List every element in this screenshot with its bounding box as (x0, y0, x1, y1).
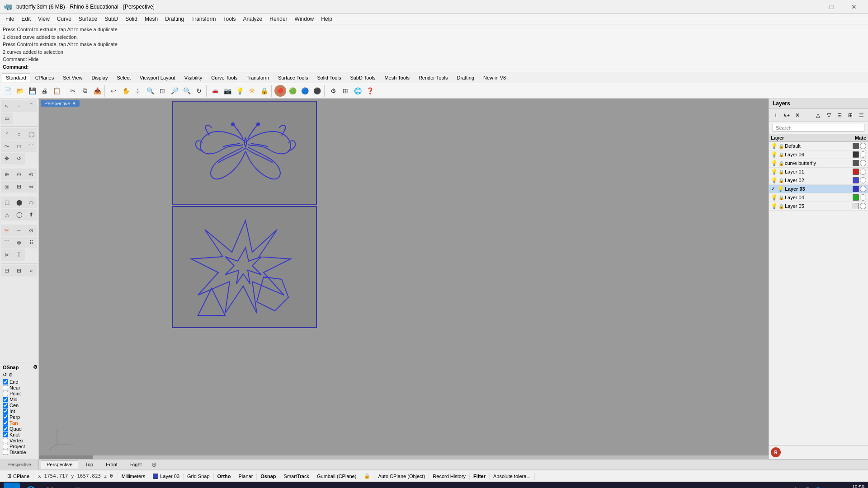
lt-ellipse[interactable]: ◯ (25, 128, 37, 140)
menu-curve[interactable]: Curve (53, 14, 75, 24)
lt-trim[interactable]: ✂ (1, 225, 13, 236)
lt-polyline[interactable]: ⌒ (25, 100, 37, 112)
tb-camera[interactable]: 📷 (222, 85, 233, 97)
tb-light2[interactable]: 🔆 (246, 85, 258, 97)
tb-rotate[interactable]: ↻ (193, 85, 205, 97)
tab-select[interactable]: Select (113, 73, 135, 82)
tb-shading1[interactable]: 🔴 (274, 85, 286, 97)
tb-car[interactable]: 🚗 (209, 85, 221, 97)
layer-lock-06[interactable]: 🔒 (778, 152, 784, 157)
osnap-end[interactable]: End (3, 379, 38, 385)
lt-move[interactable]: ✥ (1, 153, 13, 164)
vp-tab-top[interactable]: Top (79, 460, 99, 469)
layers-search-input[interactable] (773, 124, 864, 132)
lt-boolean[interactable]: ⊗ (13, 237, 25, 249)
osnap-perp[interactable]: Perp (3, 414, 38, 420)
tb-lock[interactable]: 🔒 (258, 85, 270, 97)
layer-color-03[interactable] (853, 186, 859, 192)
lt-array[interactable]: ⠿ (25, 237, 37, 249)
tb-help[interactable]: ❓ (364, 85, 376, 97)
osnap-mid[interactable]: Mid (3, 397, 38, 402)
layer-circle-03[interactable] (860, 186, 866, 192)
layer-color-default[interactable] (853, 143, 859, 149)
layers-search[interactable] (769, 122, 868, 134)
tab-viewport-layout[interactable]: Viewport Layout (136, 73, 179, 82)
tb-zoom-window[interactable]: 🔍 (144, 85, 156, 97)
layer-circle-default[interactable] (860, 143, 866, 149)
lt-window-sel[interactable]: ▭ (1, 113, 13, 124)
tab-setview[interactable]: Set View (59, 73, 86, 82)
menu-window[interactable]: Window (291, 14, 318, 24)
viewport-scrollbar-h[interactable] (39, 455, 769, 459)
tab-transform[interactable]: Transform (242, 73, 273, 82)
layers-menu-btn[interactable]: ☰ (856, 110, 866, 120)
layers-up-btn[interactable]: △ (813, 110, 823, 120)
osnap-filter-icon[interactable]: ⊘ (9, 372, 13, 378)
taskbar-explorer[interactable]: 📁 (42, 483, 58, 488)
layer-circle-cb[interactable] (860, 160, 866, 166)
layer-color-cb[interactable] (853, 160, 859, 166)
sb-grid-snap[interactable]: Grid Snap (184, 473, 214, 480)
taskbar-rhino[interactable]: 🦏 8 (61, 483, 84, 488)
menu-surface[interactable]: Surface (75, 14, 101, 24)
menu-mesh[interactable]: Mesh (141, 14, 161, 24)
menu-tools[interactable]: Tools (220, 14, 240, 24)
lt-mesh2[interactable]: ⊞ (13, 265, 25, 277)
tb-light1[interactable]: 💡 (234, 85, 245, 97)
tb-grid-snap[interactable]: ⊞ (340, 85, 351, 97)
layer-color-06[interactable] (853, 151, 859, 158)
lt-snap2[interactable]: ⊙ (13, 169, 25, 180)
lt-arc[interactable]: ◜ (1, 128, 13, 140)
tab-solid-tools[interactable]: Solid Tools (313, 73, 345, 82)
lt-mirror[interactable]: ⇔ (25, 181, 37, 192)
layers-delete-btn[interactable]: ✕ (793, 110, 802, 120)
osnap-near[interactable]: Near (3, 385, 38, 390)
menu-solid[interactable]: Solid (122, 14, 141, 24)
minimize-button[interactable]: ─ (798, 0, 819, 14)
tb-new[interactable]: 📄 (2, 85, 14, 97)
layer-light-03[interactable]: 💡 (777, 186, 784, 192)
tb-print[interactable]: 🖨 (38, 85, 50, 97)
lt-curve-from-obj[interactable]: ⌒ (25, 141, 37, 152)
tb-zoom-extent[interactable]: ⊡ (156, 85, 168, 97)
sb-planar[interactable]: Planar (235, 473, 257, 480)
sb-units[interactable]: Millimeters (118, 473, 150, 480)
layer-lock-default[interactable]: 🔒 (778, 144, 784, 149)
tb-shading4[interactable]: ⚫ (311, 85, 323, 97)
sb-cplane[interactable]: ⊞ CPlane (4, 472, 33, 480)
layer-light-cb[interactable]: 💡 (771, 160, 778, 166)
layer-color-02[interactable] (853, 177, 859, 183)
tb-select[interactable]: ⊹ (132, 85, 144, 97)
lt-more[interactable]: » (25, 265, 37, 277)
menu-subd[interactable]: SubD (101, 14, 122, 24)
tab-cplanes[interactable]: CPlanes (31, 73, 58, 82)
menu-help[interactable]: Help (317, 14, 336, 24)
tb-zoom-in[interactable]: 🔎 (169, 85, 180, 97)
layer-lock-01[interactable]: 🔒 (778, 169, 784, 174)
command-input-line[interactable]: Command: (3, 63, 865, 71)
menu-analyze[interactable]: Analyze (240, 14, 266, 24)
tb-undo[interactable]: ↩ (108, 85, 119, 97)
lt-dim[interactable]: ⊳ (1, 249, 13, 261)
tb-clipboard1[interactable]: 📋 (51, 85, 62, 97)
menu-transform[interactable]: Transform (188, 14, 219, 24)
tb-paste[interactable]: 📥 (91, 85, 103, 97)
sb-tolerance[interactable]: Absolute tolera... (490, 473, 535, 480)
tab-mesh-tools[interactable]: Mesh Tools (380, 73, 413, 82)
tb-open[interactable]: 📂 (14, 85, 26, 97)
lt-freehand[interactable]: 〜 (1, 141, 13, 152)
lt-circle[interactable]: ○ (13, 128, 25, 140)
layer-circle-05[interactable] (860, 203, 866, 209)
sb-layer[interactable]: Layer 03 (149, 473, 184, 480)
star-panel[interactable] (172, 206, 317, 328)
tab-standard[interactable]: Standard (2, 73, 30, 82)
sb-ortho[interactable]: Ortho (214, 473, 235, 480)
layer-light-04[interactable]: 💡 (771, 194, 778, 201)
lt-rect[interactable]: □ (13, 141, 25, 152)
osnap-tan[interactable]: Tan (3, 420, 38, 426)
tb-settings[interactable]: ⚙ (327, 85, 339, 97)
layer-light-default[interactable]: 💡 (771, 143, 778, 149)
sb-autocplane[interactable]: Auto CPlane (Object) (374, 473, 429, 480)
lt-text[interactable]: T (13, 249, 25, 261)
lt-rotate[interactable]: ↺ (13, 153, 25, 164)
